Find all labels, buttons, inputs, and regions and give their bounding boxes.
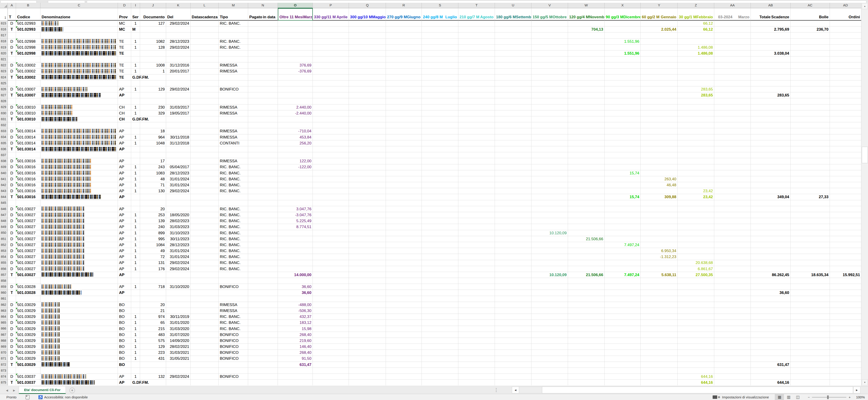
cell-X820[interactable]: 1.551,96 [604, 51, 641, 57]
cell-AC860[interactable] [790, 290, 830, 296]
cell-K865[interactable]: 31/01/2020 [166, 320, 191, 326]
cell-R826[interactable] [386, 86, 422, 92]
cell-K844[interactable] [166, 194, 191, 200]
cell-M823[interactable]: RIMESSA [219, 68, 248, 74]
cell-O815[interactable] [278, 21, 313, 27]
cell-A875[interactable]: T [8, 380, 16, 386]
cell-R875[interactable] [386, 380, 422, 386]
cell-U841[interactable] [495, 176, 531, 182]
cell-R823[interactable] [386, 68, 422, 74]
cell-B838[interactable]: 501.03016 [16, 158, 40, 164]
cell-J862[interactable]: 20 [140, 302, 166, 308]
cell-Z838[interactable] [678, 158, 714, 164]
cell-R851[interactable] [386, 236, 422, 242]
row-header-874[interactable]: 874 [0, 374, 8, 380]
cell-V834[interactable] [531, 134, 568, 140]
cell-AD875[interactable] [830, 380, 861, 386]
cell-M872[interactable] [219, 362, 248, 368]
cell-U831[interactable] [495, 116, 531, 122]
cell-Y857[interactable]: 5.638,11 [641, 272, 678, 278]
cell-M835[interactable]: CONTANTI [219, 140, 248, 146]
cell-W824[interactable] [568, 74, 604, 81]
cell-B831[interactable]: 501.03010 [16, 116, 40, 122]
cell-P839[interactable] [313, 164, 349, 170]
cell-R838[interactable] [386, 158, 422, 164]
cell-R833[interactable] [386, 128, 422, 134]
cell-P842[interactable] [313, 182, 349, 188]
row-header-861[interactable]: 861 [0, 296, 8, 302]
cell-M858[interactable] [219, 278, 248, 284]
cell-Z818[interactable] [678, 39, 714, 44]
cell-A838[interactable]: D [8, 158, 16, 164]
cell-N830[interactable] [248, 111, 278, 116]
cell-AC853[interactable] [790, 248, 830, 254]
column-header-V[interactable]: V [531, 3, 568, 8]
cell-X832[interactable] [604, 122, 641, 128]
cell-A841[interactable]: D [8, 176, 16, 182]
cell-J835[interactable]: 1048 [140, 140, 166, 146]
cell-D820[interactable]: TE [118, 51, 131, 57]
cell-K822[interactable]: 31/12/2016 [166, 62, 191, 68]
cell-I849[interactable]: 1 [131, 224, 140, 230]
cell-R871[interactable] [386, 356, 422, 362]
cell-P859[interactable] [313, 284, 349, 290]
cell-AD822[interactable] [830, 62, 861, 68]
cell-AC866[interactable] [790, 326, 830, 332]
cell-W867[interactable] [568, 332, 604, 338]
cell-AB831[interactable] [751, 116, 790, 122]
cell-J825[interactable] [140, 81, 166, 86]
cell-X865[interactable] [604, 320, 641, 326]
cell-C816[interactable] [40, 27, 118, 32]
cell-AD850[interactable] [830, 230, 861, 236]
cell-W828[interactable] [568, 98, 604, 104]
cell-AC868[interactable] [790, 338, 830, 344]
cell-AA875[interactable] [714, 380, 751, 386]
cell-Q816[interactable] [349, 27, 386, 32]
cell-AC824[interactable] [790, 74, 830, 81]
cell-D865[interactable]: BO [118, 320, 131, 326]
cell-AC845[interactable] [790, 200, 830, 206]
cell-L848[interactable] [191, 218, 219, 224]
cell-L869[interactable] [191, 344, 219, 350]
cell-L831[interactable] [191, 116, 219, 122]
row-header-864[interactable]: 864 [0, 314, 8, 320]
cell-Y837[interactable] [641, 152, 678, 158]
cell-AB844[interactable]: 349,04 [751, 194, 790, 200]
cell-I874[interactable]: 1 [131, 374, 140, 380]
cell-M854[interactable]: RIC. BANC. [219, 254, 248, 260]
cell-J815[interactable]: 127 [140, 21, 166, 27]
cell-I863[interactable] [131, 308, 140, 314]
cell-L841[interactable] [191, 176, 219, 182]
cell-S853[interactable] [422, 248, 458, 254]
cell-Y829[interactable] [641, 104, 678, 111]
cell-T864[interactable] [458, 314, 495, 320]
cell-N863[interactable] [248, 308, 278, 314]
cell-T858[interactable] [458, 278, 495, 284]
cell-U868[interactable] [495, 338, 531, 344]
column-header-O[interactable]: O [278, 3, 313, 8]
cell-N819[interactable] [248, 44, 278, 51]
cell-Y859[interactable] [641, 284, 678, 290]
cell-AC857[interactable]: 18.635,34 [790, 272, 830, 278]
cell-AD855[interactable] [830, 260, 861, 266]
row-header-834[interactable]: 834 [0, 134, 8, 140]
cell-O858[interactable] [278, 278, 313, 284]
cell-D831[interactable]: CH [118, 116, 131, 122]
row-header-865[interactable]: 865 [0, 320, 8, 326]
cell-Z853[interactable] [678, 248, 714, 254]
cell-C831[interactable] [40, 116, 118, 122]
row-header-844[interactable]: 844 [0, 194, 8, 200]
cell-W838[interactable] [568, 158, 604, 164]
cell-L861[interactable] [191, 296, 219, 302]
cell-AB826[interactable] [751, 86, 790, 92]
cell-Z827[interactable]: 283,65 [678, 92, 714, 98]
cell-O837[interactable] [278, 152, 313, 158]
cell-AD825[interactable] [830, 81, 861, 86]
cell-W839[interactable] [568, 164, 604, 170]
cell-X840[interactable]: 15,74 [604, 170, 641, 176]
cell-D825[interactable] [118, 81, 131, 86]
cell-N874[interactable] [248, 374, 278, 380]
cell-V840[interactable] [531, 170, 568, 176]
cell-S874[interactable] [422, 374, 458, 380]
cell-W870[interactable] [568, 350, 604, 356]
